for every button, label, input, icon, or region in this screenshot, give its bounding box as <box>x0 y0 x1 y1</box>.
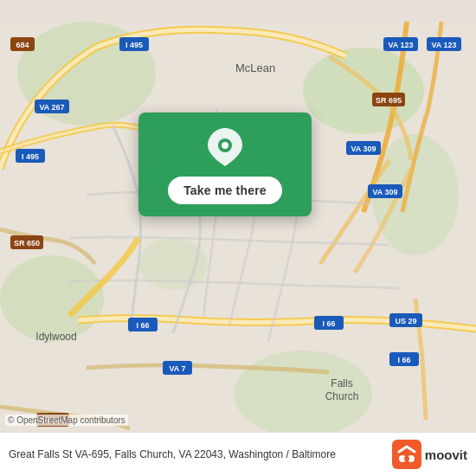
take-me-there-button[interactable]: Take me there <box>168 177 282 204</box>
svg-text:I 66: I 66 <box>397 356 410 364</box>
svg-text:I 66: I 66 <box>322 319 335 328</box>
location-pin-icon <box>206 128 244 166</box>
popup-card: Take me there <box>138 113 312 216</box>
svg-point-44 <box>222 142 228 149</box>
svg-text:SR 695: SR 695 <box>376 96 402 105</box>
svg-text:I 495: I 495 <box>125 41 143 49</box>
map-container: I 495 I 495 VA 267 VA 123 VA 123 SR 695 … <box>0 0 476 476</box>
svg-point-48 <box>404 456 409 461</box>
svg-text:VA 267: VA 267 <box>39 103 64 112</box>
moovit-logo: moovit <box>392 440 467 469</box>
address-text: Great Falls St VA-695, Falls Church, VA … <box>9 447 385 462</box>
moovit-icon <box>392 440 421 469</box>
svg-point-1 <box>303 48 424 134</box>
map-attribution: © OpenStreetMap contributors <box>5 415 128 426</box>
svg-rect-45 <box>392 440 421 469</box>
svg-text:McLean: McLean <box>235 61 275 74</box>
svg-text:I 495: I 495 <box>22 152 39 161</box>
svg-text:Idylwood: Idylwood <box>35 331 76 343</box>
map-background: I 495 I 495 VA 267 VA 123 VA 123 SR 695 … <box>0 0 476 476</box>
svg-text:VA 309: VA 309 <box>351 145 376 153</box>
svg-text:VA 309: VA 309 <box>372 188 397 196</box>
svg-text:684: 684 <box>16 41 29 49</box>
svg-text:Falls: Falls <box>331 377 352 389</box>
svg-text:I 66: I 66 <box>136 321 149 330</box>
moovit-text: moovit <box>425 447 467 462</box>
svg-text:SR 650: SR 650 <box>14 239 40 248</box>
bottom-bar: Great Falls St VA-695, Falls Church, VA … <box>0 432 476 476</box>
svg-text:US 29: US 29 <box>395 317 416 325</box>
svg-text:VA 7: VA 7 <box>169 364 185 373</box>
svg-text:VA 123: VA 123 <box>388 41 413 49</box>
svg-text:Church: Church <box>325 390 359 402</box>
svg-text:VA 123: VA 123 <box>431 41 456 49</box>
